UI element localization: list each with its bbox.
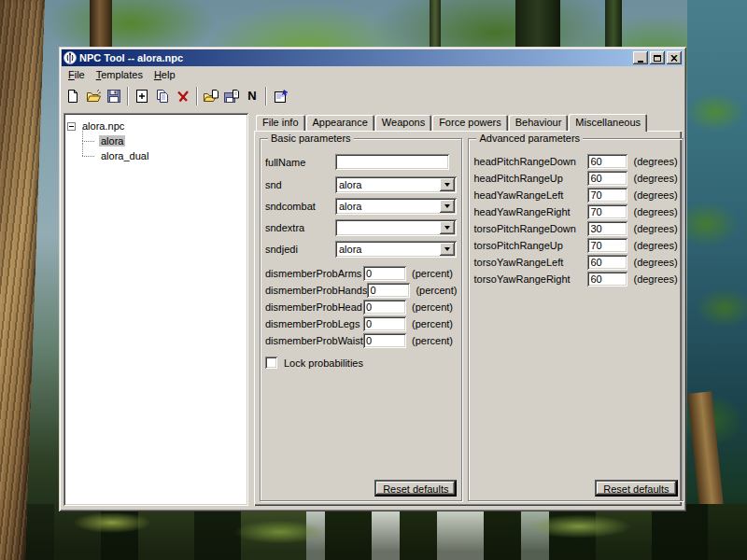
tab-file-info[interactable]: File info — [256, 115, 305, 131]
torso-pitch-up-unit: (degrees) — [633, 240, 677, 251]
dismember-arms-label: dismemberProbArms — [265, 268, 363, 279]
tab-appearance[interactable]: Appearance — [306, 115, 374, 131]
dismember-hands-input[interactable] — [367, 283, 410, 298]
dismember-waist-input[interactable] — [363, 333, 406, 348]
head-pitch-up-row: headPitchRangeUp (degrees) — [473, 171, 677, 186]
menu-help[interactable]: Help — [148, 67, 181, 82]
basic-reset-defaults-button[interactable]: Reset defaults — [374, 480, 457, 497]
torso-pitch-down-input[interactable] — [587, 221, 627, 236]
tree-expander-icon[interactable] — [67, 122, 76, 131]
head-yaw-right-row: headYawRangeRight (degrees) — [473, 204, 677, 219]
tab-behaviour[interactable]: Behaviour — [509, 115, 569, 131]
head-pitch-up-input[interactable] — [587, 171, 627, 186]
tree-item-alora[interactable]: alora — [99, 135, 125, 147]
torso-yaw-left-unit: (degrees) — [633, 257, 677, 268]
toolbar-separator — [127, 87, 129, 105]
dismember-head-label: dismemberProbHead — [265, 301, 363, 313]
letter-n-button[interactable]: N — [242, 86, 262, 106]
torso-yaw-left-label: torsoYawRangeLeft — [473, 257, 587, 268]
toolbar-separator — [265, 87, 267, 105]
new-item-icon — [134, 89, 149, 104]
menu-bar: File Templates Help — [62, 66, 684, 83]
new-file-button[interactable] — [63, 86, 83, 106]
sndjedi-value: alora — [335, 244, 440, 255]
new-item-button[interactable] — [132, 86, 152, 106]
dismember-waist-unit: (percent) — [412, 335, 453, 346]
tab-force-powers[interactable]: Force powers — [432, 115, 508, 131]
export-file-button[interactable] — [221, 86, 242, 106]
dismember-legs-input[interactable] — [363, 316, 406, 331]
properties-button[interactable] — [270, 86, 290, 106]
torso-yaw-left-input[interactable] — [587, 255, 627, 270]
head-pitch-down-label: headPitchRangeDown — [473, 156, 587, 167]
menu-file[interactable]: File — [63, 67, 91, 82]
advanced-parameters-legend: Advanced parameters — [476, 133, 583, 144]
app-icon — [63, 51, 77, 64]
sndjedi-row: sndjedi alora — [265, 241, 457, 258]
dismember-arms-unit: (percent) — [412, 268, 453, 279]
torso-pitch-up-label: torsoPitchRangeUp — [473, 240, 587, 251]
sndextra-row: sndextra — [265, 219, 457, 236]
sndjedi-combobox[interactable]: alora — [335, 241, 457, 258]
tab-miscellaneous[interactable]: Miscellaneous — [569, 114, 647, 132]
npc-tree[interactable]: alora.npc alora alora_dual — [63, 113, 248, 506]
dismember-head-input[interactable] — [363, 300, 406, 315]
sndextra-combobox[interactable] — [335, 219, 457, 236]
tree-item-alora-dual[interactable]: alora_dual — [99, 150, 150, 161]
tree-child-row: alora_dual — [67, 148, 245, 163]
head-pitch-down-row: headPitchRangeDown (degrees) — [473, 154, 677, 169]
torso-pitch-up-input[interactable] — [587, 238, 627, 253]
toolbar: N — [62, 83, 684, 108]
dismember-legs-unit: (percent) — [412, 318, 453, 329]
maximize-button[interactable] — [650, 51, 665, 64]
sndjedi-label: sndjedi — [265, 244, 335, 255]
snd-value: alora — [335, 179, 440, 190]
lock-probabilities-checkbox[interactable] — [265, 357, 277, 369]
snd-dropdown-button[interactable] — [440, 178, 455, 191]
head-pitch-down-input[interactable] — [587, 154, 627, 169]
chevron-down-icon — [444, 204, 450, 208]
head-yaw-right-input[interactable] — [587, 204, 627, 219]
import-file-button[interactable] — [201, 86, 221, 106]
torso-yaw-right-input[interactable] — [587, 272, 627, 287]
torso-yaw-right-label: torsoYawRangeRight — [473, 273, 587, 285]
save-file-button[interactable] — [104, 86, 124, 106]
sndjedi-dropdown-button[interactable] — [440, 243, 455, 256]
snd-label: snd — [265, 179, 335, 190]
tree-root-row: alora.npc — [67, 119, 245, 133]
minimize-button[interactable] — [633, 51, 648, 64]
dismember-waist-row: dismemberProbWaist (percent) — [265, 333, 457, 348]
new-file-icon — [65, 89, 80, 104]
dismember-arms-input[interactable] — [363, 266, 406, 281]
fullname-input[interactable] — [335, 154, 449, 170]
miscellaneous-panel: Basic parameters fullName snd alora — [254, 131, 682, 506]
torso-pitch-up-row: torsoPitchRangeUp (degrees) — [473, 238, 677, 253]
title-bar[interactable]: NPC Tool -- alora.npc — [62, 49, 684, 66]
basic-parameters-group: Basic parameters fullName snd alora — [260, 138, 462, 501]
delete-item-button[interactable] — [173, 86, 193, 106]
open-file-button[interactable] — [83, 86, 104, 106]
sndextra-label: sndextra — [265, 222, 335, 233]
torso-pitch-down-row: torsoPitchRangeDown (degrees) — [473, 221, 677, 236]
advanced-reset-defaults-button[interactable]: Reset defaults — [595, 480, 677, 497]
head-yaw-left-input[interactable] — [587, 188, 627, 203]
torso-yaw-right-unit: (degrees) — [633, 273, 677, 285]
chevron-down-icon — [444, 247, 450, 251]
sndcombat-dropdown-button[interactable] — [440, 200, 455, 213]
redwood-trunk-left — [0, 0, 45, 560]
head-yaw-right-label: headYawRangeRight — [473, 206, 587, 217]
dismember-waist-label: dismemberProbWaist — [265, 335, 363, 346]
main-content: alora.npc alora alora_dual File info App… — [62, 108, 684, 509]
snd-combobox[interactable]: alora — [335, 176, 457, 193]
copy-item-button[interactable] — [152, 86, 173, 106]
tree-item-alora-npc[interactable]: alora.npc — [80, 120, 126, 132]
menu-templates[interactable]: Templates — [91, 67, 148, 82]
head-pitch-down-unit: (degrees) — [633, 156, 677, 167]
sndextra-dropdown-button[interactable] — [440, 221, 455, 234]
sndcombat-combobox[interactable]: alora — [335, 198, 457, 215]
tab-weapons[interactable]: Weapons — [375, 115, 431, 131]
maximize-icon — [654, 55, 661, 62]
close-button[interactable] — [667, 51, 682, 64]
fullname-label: fullName — [265, 157, 335, 168]
basic-parameters-legend: Basic parameters — [268, 133, 354, 144]
